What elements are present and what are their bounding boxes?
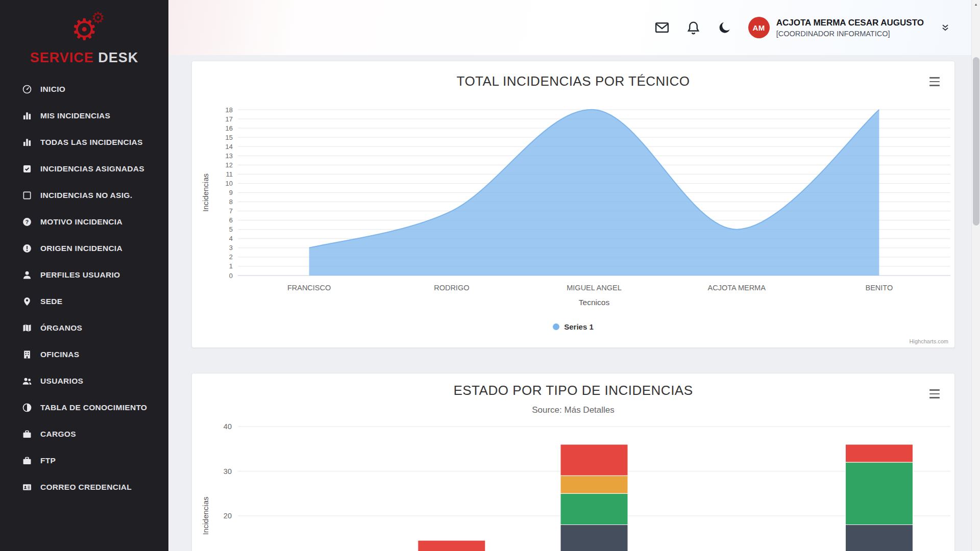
svg-text:8: 8 (229, 198, 233, 206)
header: AM ACJOTA MERMA CESAR AUGUSTO [COORDINAD… (168, 0, 980, 55)
sidebar-item-tabla-de-conocimiento[interactable]: TABLA DE CONOCIMIENTO (0, 394, 168, 421)
sidebar-item-motivo-incidencia[interactable]: ?MOTIVO INCIDENCIA (0, 209, 168, 235)
user-menu[interactable]: AM ACJOTA MERMA CESAR AUGUSTO [COORDINAD… (748, 17, 924, 38)
sidebar-item-label: ORIGEN INCIDENCIA (40, 244, 122, 253)
avatar: AM (748, 17, 770, 38)
svg-text:RODRIGO: RODRIGO (434, 284, 469, 292)
area-chart-card: TOTAL INCIDENCIAS POR TÉCNICO 0123456789… (191, 61, 955, 348)
sidebar-item-origen-incidencia[interactable]: ORIGEN INCIDENCIA (0, 235, 168, 262)
sidebar-item-label: CORREO CREDENCIAL (40, 483, 132, 492)
id-card-icon (21, 482, 33, 492)
bars-icon (21, 137, 33, 147)
svg-text:?: ? (26, 219, 29, 225)
svg-text:11: 11 (226, 170, 233, 178)
chevron-double-down-icon[interactable] (940, 22, 950, 33)
svg-text:6: 6 (229, 216, 233, 224)
svg-text:4: 4 (229, 235, 233, 242)
sidebar-item-correo-credencial[interactable]: CORREO CREDENCIAL (0, 474, 168, 500)
sidebar: ⚙ ⚙ SERVICE DESK INICIOMIS INCIDENCIASTO… (0, 0, 168, 551)
gauge-icon (21, 84, 33, 94)
svg-text:14: 14 (226, 143, 233, 151)
svg-text:FRANCISCO: FRANCISCO (287, 284, 331, 292)
scrollbar[interactable]: ▲ (971, 0, 980, 551)
sidebar-item-incidencias-asignadas[interactable]: INCIDENCIAS ASIGNADAS (0, 156, 168, 182)
moon-icon[interactable] (717, 20, 732, 35)
sidebar-item-oficinas[interactable]: OFICINAS (0, 341, 168, 368)
sidebar-item-label: CARGOS (40, 430, 76, 439)
svg-text:12: 12 (226, 161, 233, 169)
question-circle-icon: ? (21, 217, 33, 227)
svg-text:10: 10 (226, 180, 233, 187)
briefcase-icon (21, 429, 33, 439)
app-logo[interactable]: ⚙ ⚙ SERVICE DESK (0, 0, 168, 66)
user-icon (21, 270, 33, 280)
svg-text:16: 16 (226, 124, 233, 132)
app-root: ⚙ ⚙ SERVICE DESK INICIOMIS INCIDENCIASTO… (0, 0, 980, 551)
svg-text:18: 18 (226, 106, 233, 114)
sidebar-item-label: TABLA DE CONOCIMIENTO (40, 403, 147, 412)
users-icon (21, 376, 33, 386)
exclamation-circle-icon (21, 243, 33, 254)
svg-text:MIGUEL ANGEL: MIGUEL ANGEL (567, 284, 621, 292)
sidebar-item-cargos[interactable]: CARGOS (0, 421, 168, 447)
sidebar-item-todas-las-incidencias[interactable]: TODAS LAS INCIDENCIAS (0, 129, 168, 156)
brand-primary: SERVICE (30, 50, 94, 65)
sidebar-item-label: PERFILES USUARIO (40, 270, 120, 280)
brand-title: SERVICE DESK (0, 50, 168, 66)
user-name: ACJOTA MERMA CESAR AUGUSTO (776, 18, 924, 28)
chart-legend-item[interactable]: Series 1 (192, 322, 954, 331)
user-role: [COORDINADOR INFORMATICO] (776, 30, 924, 38)
area-chart-svg: 0123456789101112131415161718FRANCISCOROD… (192, 61, 955, 348)
sidebar-item-label: ÓRGANOS (40, 323, 82, 333)
sidebar-item-label: INCIDENCIAS NO ASIG. (40, 191, 132, 200)
svg-text:5: 5 (229, 226, 233, 233)
sidebar-item-incidencias-no-asig[interactable]: INCIDENCIAS NO ASIG. (0, 182, 168, 209)
sidebar-item-usuarios[interactable]: USUARIOS (0, 368, 168, 394)
svg-text:40: 40 (224, 422, 232, 431)
svg-text:9: 9 (229, 189, 233, 196)
map-icon (21, 323, 33, 333)
sidebar-item-sede[interactable]: SEDE (0, 288, 168, 315)
svg-text:Incidencias: Incidencias (201, 496, 210, 535)
gear-logo-icon: ⚙ ⚙ (0, 11, 168, 48)
bars-icon (21, 111, 33, 121)
sidebar-item-label: MOTIVO INCIDENCIA (40, 217, 122, 227)
svg-text:15: 15 (226, 134, 233, 141)
svg-text:2: 2 (229, 253, 233, 261)
highcharts-credits-link[interactable]: Highcharts.com (910, 338, 948, 344)
sidebar-menu: INICIOMIS INCIDENCIASTODAS LAS INCIDENCI… (0, 76, 168, 500)
sidebar-item-label: SEDE (40, 297, 62, 306)
sidebar-item-inicio[interactable]: INICIO (0, 76, 168, 103)
svg-text:3: 3 (229, 244, 233, 252)
sidebar-item-label: MIS INCIDENCIAS (40, 111, 110, 120)
sidebar-item-label: INCIDENCIAS ASIGNADAS (40, 164, 144, 173)
svg-text:13: 13 (226, 152, 233, 160)
svg-text:17: 17 (226, 115, 233, 123)
sidebar-item-organos[interactable]: ÓRGANOS (0, 315, 168, 341)
sidebar-item-mis-incidencias[interactable]: MIS INCIDENCIAS (0, 103, 168, 129)
legend-marker-icon (553, 323, 559, 330)
building-icon (21, 349, 33, 360)
sidebar-item-ftp[interactable]: FTP (0, 447, 168, 474)
svg-text:Tecnicos: Tecnicos (579, 298, 610, 307)
briefcase-icon (21, 456, 33, 466)
sidebar-item-perfiles-usuario[interactable]: PERFILES USUARIO (0, 262, 168, 288)
mail-icon[interactable] (654, 20, 670, 35)
svg-text:20: 20 (224, 512, 232, 520)
svg-text:BENITO: BENITO (866, 284, 893, 292)
svg-text:30: 30 (224, 467, 232, 475)
sidebar-item-label: TODAS LAS INCIDENCIAS (40, 138, 143, 147)
svg-text:1: 1 (229, 262, 233, 270)
svg-text:0: 0 (229, 272, 233, 280)
main-area: AM ACJOTA MERMA CESAR AUGUSTO [COORDINAD… (168, 0, 980, 551)
scrollbar-thumb[interactable] (973, 57, 979, 226)
svg-text:ACJOTA MERMA: ACJOTA MERMA (708, 284, 766, 292)
stacked-chart-card: ESTADO POR TIPO DE INCIDENCIAS Source: M… (191, 373, 955, 551)
legend-label: Series 1 (564, 322, 594, 331)
bell-icon[interactable] (686, 20, 701, 35)
sidebar-item-label: OFICINAS (40, 350, 79, 359)
scroll-up-arrow-icon[interactable]: ▲ (972, 0, 980, 9)
square-icon (21, 190, 33, 201)
svg-text:Incidencias: Incidencias (201, 173, 210, 212)
sidebar-item-label: INICIO (40, 85, 65, 94)
